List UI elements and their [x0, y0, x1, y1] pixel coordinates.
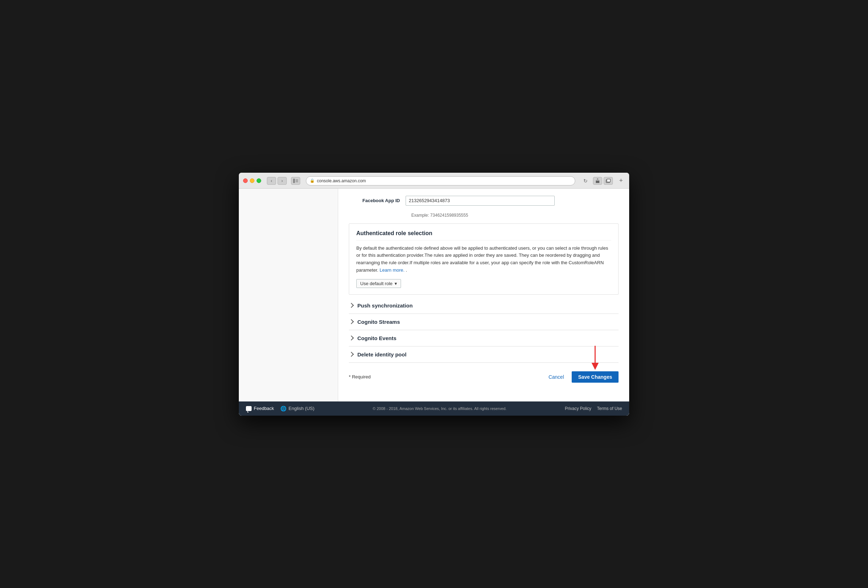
address-bar[interactable]: 🔒 console.aws.amazon.com	[306, 176, 575, 186]
terms-of-use-link[interactable]: Terms of Use	[597, 406, 622, 411]
footer-copyright: © 2008 - 2018, Amazon Web Services, Inc.…	[373, 407, 506, 411]
cognito-events-label: Cognito Events	[357, 335, 396, 341]
push-synchronization-label: Push synchronization	[357, 302, 413, 308]
default-role-label: Use default role	[360, 281, 393, 286]
language-label: English (US)	[288, 406, 314, 411]
new-window-button[interactable]	[604, 177, 613, 185]
feedback-label: Feedback	[254, 406, 274, 411]
globe-icon: 🌐	[280, 406, 286, 411]
authenticated-role-title: Authenticated role selection	[356, 230, 611, 240]
browser-content: Facebook App ID Example: 734624159893555…	[239, 189, 629, 416]
save-changes-button[interactable]: Save Changes	[572, 371, 619, 383]
required-note: * Required	[349, 374, 371, 379]
facebook-app-id-input[interactable]	[406, 196, 555, 206]
facebook-app-id-row: Facebook App ID	[349, 196, 619, 210]
browser-window: ‹ › 🔒 console.aws.amazon.com ↻	[239, 173, 629, 416]
page-footer: Feedback 🌐 English (US) © 2008 - 2018, A…	[239, 401, 629, 416]
cognito-streams-section[interactable]: Cognito Streams	[349, 314, 619, 330]
svg-marker-7	[592, 363, 599, 370]
learn-more-link[interactable]: Learn more.	[380, 267, 404, 273]
cancel-button[interactable]: Cancel	[545, 372, 568, 382]
main-content: Facebook App ID Example: 734624159893555…	[338, 189, 629, 401]
new-tab-button[interactable]: +	[617, 177, 625, 185]
annotation-arrow	[590, 346, 600, 371]
authenticated-role-description: By default the authenticated role define…	[356, 245, 611, 274]
footer-left: Feedback 🌐 English (US)	[246, 406, 314, 411]
privacy-policy-link[interactable]: Privacy Policy	[565, 406, 592, 411]
sidebar	[239, 189, 338, 401]
delete-identity-pool-label: Delete identity pool	[357, 351, 406, 358]
minimize-button[interactable]	[250, 178, 254, 183]
chevron-right-icon	[349, 303, 354, 308]
feedback-button[interactable]: Feedback	[246, 406, 274, 411]
svg-rect-3	[295, 181, 298, 182]
language-selector[interactable]: 🌐 English (US)	[280, 406, 314, 411]
traffic-lights	[243, 178, 261, 183]
url-text: console.aws.amazon.com	[317, 178, 366, 183]
chevron-right-icon	[349, 319, 354, 324]
browser-chrome: ‹ › 🔒 console.aws.amazon.com ↻	[239, 173, 629, 189]
lock-icon: 🔒	[310, 178, 315, 183]
back-button[interactable]: ‹	[267, 177, 276, 185]
browser-actions	[593, 177, 613, 185]
refresh-button[interactable]: ↻	[581, 176, 590, 186]
svg-rect-1	[295, 180, 298, 180]
forward-button[interactable]: ›	[278, 177, 287, 185]
svg-rect-0	[293, 179, 295, 183]
push-synchronization-section[interactable]: Push synchronization	[349, 298, 619, 314]
chevron-right-icon	[349, 336, 354, 340]
cognito-events-section[interactable]: Cognito Events	[349, 330, 619, 346]
chevron-right-icon	[349, 352, 354, 357]
action-buttons: Cancel Save Changes	[545, 371, 619, 383]
close-button[interactable]	[243, 178, 248, 183]
svg-rect-2	[295, 181, 298, 181]
footer-right: Privacy Policy Terms of Use	[565, 406, 622, 411]
delete-identity-pool-section[interactable]: Delete identity pool	[349, 346, 619, 363]
facebook-app-id-label: Facebook App ID	[349, 198, 406, 203]
svg-rect-5	[607, 179, 610, 182]
nav-buttons: ‹ ›	[267, 177, 287, 185]
cognito-streams-label: Cognito Streams	[357, 319, 400, 325]
page-layout: Facebook App ID Example: 734624159893555…	[239, 189, 629, 401]
facebook-app-id-hint: Example: 7346241598935555	[411, 213, 619, 218]
authenticated-role-section: Authenticated role selection By default …	[349, 223, 619, 295]
form-actions-row: * Required Cancel Save Changes	[349, 365, 619, 386]
save-button-wrapper: Save Changes	[572, 371, 619, 383]
dropdown-arrow-icon: ▾	[395, 281, 397, 286]
sidebar-toggle-button[interactable]	[291, 177, 300, 185]
default-role-button[interactable]: Use default role ▾	[356, 279, 401, 288]
chat-icon	[246, 406, 252, 411]
maximize-button[interactable]	[257, 178, 261, 183]
share-button[interactable]	[593, 177, 602, 185]
